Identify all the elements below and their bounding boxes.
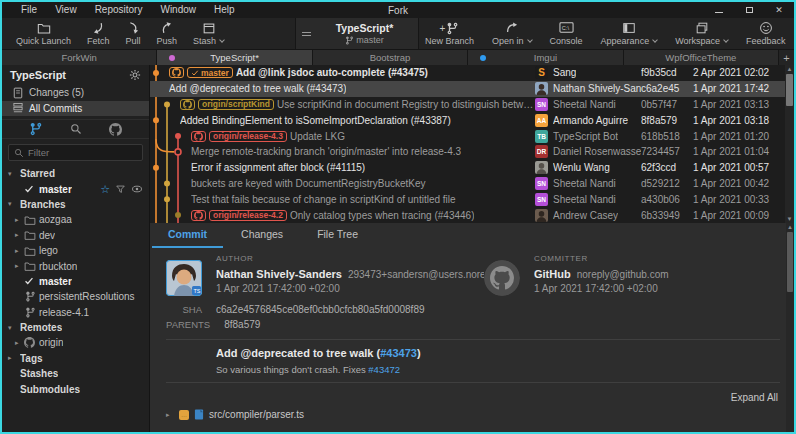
commit-row[interactable]: Added BindingElement to isSomeImportDecl… — [150, 112, 785, 128]
menu-window[interactable]: Window — [151, 2, 205, 18]
sidebar-tree-branches[interactable]: ▾Branches — [2, 197, 149, 212]
open-in-button[interactable]: Open in — [486, 19, 538, 49]
workspace-button[interactable]: Workspace — [669, 19, 734, 49]
commit-details-pane: CommitChangesFile Tree TS AUTHOR Nathan … — [150, 223, 794, 433]
commit-message: Merge remote-tracking branch 'origin/mas… — [191, 146, 461, 157]
commit-row[interactable]: Add @deprecated to tree walk (#43473)Nat… — [150, 81, 785, 97]
repo-tab-bootstrap[interactable]: Bootstrap — [313, 50, 468, 65]
minimize-button[interactable] — [704, 2, 734, 18]
commit-row[interactable]: Error if assignment after block (#41115)… — [150, 160, 785, 176]
commit-row[interactable]: buckets are keyed with DocumentRegistryB… — [150, 176, 785, 192]
sidebar-tree-tags[interactable]: ▸Tags — [2, 351, 149, 366]
sidebar-tree-release-4.1[interactable]: release-4.1 — [2, 305, 149, 320]
gear-icon[interactable] — [129, 69, 141, 81]
commit-row[interactable]: origin/release-4.3Update LKGTBTypeScript… — [150, 128, 785, 144]
commit-row[interactable]: Test that fails because of change in scr… — [150, 191, 785, 207]
feedback-button[interactable]: Feedback — [740, 19, 792, 49]
author-name: Sheetal Nandi — [553, 178, 616, 189]
appearance-button[interactable]: Appearance — [595, 19, 664, 49]
sidebar-tree-starred[interactable]: ▾Starred — [2, 166, 149, 181]
sidebar-tree-origin[interactable]: ▸origin — [2, 335, 149, 350]
details-tab-file-tree[interactable]: File Tree — [301, 224, 374, 248]
menu-help[interactable]: Help — [205, 2, 244, 18]
issue-link[interactable]: #43473 — [380, 347, 417, 359]
avatar: SN — [535, 98, 548, 111]
sidebar-tree-master[interactable]: master — [2, 274, 149, 289]
commit-row[interactable]: origin/scriptKindUse scriptKind in docum… — [150, 97, 785, 113]
tree-expander-icon[interactable]: ▸ — [8, 354, 12, 362]
repo-tab-wpfofficetheme[interactable]: WpfOfficeTheme — [624, 50, 779, 65]
commit-author: SNSheetal Nandi — [535, 193, 641, 206]
menu-view[interactable]: View — [46, 2, 86, 18]
tree-item-label: Tags — [20, 353, 43, 364]
branch-icon[interactable] — [29, 122, 43, 136]
sidebar-tree-remotes[interactable]: ▾Remotes — [2, 320, 149, 335]
menu-repository[interactable]: Repository — [86, 2, 152, 18]
sidebar-item-changes-[interactable]: Changes (5) — [2, 85, 149, 101]
sidebar-tree-dev[interactable]: ▸dev — [2, 228, 149, 243]
branch-badge[interactable]: origin/release-4.3 — [209, 131, 287, 142]
details-tab-changes[interactable]: Changes — [225, 224, 299, 248]
tree-item-label: Submodules — [20, 384, 80, 395]
push-button[interactable]: Push — [151, 19, 184, 49]
branch-badge[interactable]: origin/release-4.2 — [209, 210, 287, 221]
branch-badge[interactable]: origin/scriptKind — [198, 99, 274, 110]
console-button[interactable]: C:\Console — [544, 19, 589, 49]
new-branch-button[interactable]: +New Branch — [419, 19, 480, 49]
sidebar-item-all-commits[interactable]: All Commits — [2, 101, 149, 117]
sidebar-tree-stashes[interactable]: Stashes — [2, 366, 149, 381]
tree-expander-icon[interactable]: ▸ — [15, 339, 19, 347]
toolbar-button-label: Push — [157, 36, 178, 46]
tree-item-label: Branches — [20, 199, 66, 210]
maximize-button[interactable] — [734, 2, 764, 18]
appearance-icon — [622, 22, 636, 35]
search-icon[interactable] — [70, 123, 82, 135]
sidebar-tree-lego[interactable]: ▸lego — [2, 243, 149, 258]
content-area: masterAdd @link jsdoc auto-complete (#43… — [150, 65, 794, 433]
tree-expander-icon[interactable]: ▸ — [15, 231, 19, 239]
close-button[interactable]: ✕ — [764, 2, 794, 18]
eye-icon[interactable] — [131, 183, 143, 195]
repo-tab-typescript[interactable]: TypeScript* — [157, 50, 312, 65]
star-icon[interactable]: ☆ — [100, 183, 110, 196]
github-icon[interactable] — [109, 123, 122, 136]
details-scrollbar[interactable]: ▲ — [786, 223, 794, 433]
stash-button[interactable]: Stash — [187, 19, 230, 49]
repo-tab-forkwin[interactable]: ForkWin — [2, 50, 157, 65]
sidebar-tree-aozgaa[interactable]: ▸aozgaa — [2, 212, 149, 227]
quick-launch-button[interactable]: Quick Launch — [10, 19, 77, 49]
changed-file-row[interactable]: ▸…src/compiler/parser.ts — [166, 407, 780, 422]
issue-link[interactable]: #43472 — [368, 364, 400, 375]
tree-expander-icon[interactable]: ▾ — [8, 170, 12, 178]
tree-expander-icon[interactable]: ▸ — [15, 216, 19, 224]
tree-expander-icon[interactable]: ▾ — [8, 324, 12, 332]
expand-all-button[interactable]: Expand All — [731, 392, 778, 403]
details-tab-commit[interactable]: Commit — [152, 224, 223, 248]
commit-row[interactable]: origin/release-4.2Only catalog types whe… — [150, 207, 785, 223]
collapse-handle-icon[interactable] — [302, 30, 311, 38]
commits-icon — [12, 102, 24, 114]
tree-expander-icon[interactable]: ▸ — [15, 262, 19, 270]
sidebar-tree-master[interactable]: master☆ — [2, 181, 149, 196]
sidebar-tree-persistentresolutions[interactable]: persistentResolutions — [2, 289, 149, 304]
console-icon: C:\ — [559, 22, 574, 35]
filter-input[interactable] — [28, 147, 137, 158]
fetch-button[interactable]: Fetch — [81, 19, 116, 49]
tree-expander-icon[interactable]: ▾ — [8, 200, 12, 208]
parent-commit-link[interactable]: 8f8a579 — [224, 319, 260, 330]
commit-list-scrollbar[interactable]: ▲ ▼ — [785, 65, 794, 223]
tree-expander-icon[interactable]: ▸ — [15, 247, 19, 255]
commit-author: Nathan Shively-Sanders — [535, 82, 641, 95]
sidebar-tree-submodules[interactable]: Submodules — [2, 381, 149, 396]
repo-tab-imgui[interactable]: Imgui — [468, 50, 623, 65]
sidebar-tree-rbuckton[interactable]: ▸rbuckton — [2, 258, 149, 273]
new-tab-button[interactable]: + — [779, 50, 794, 65]
funnel-icon[interactable] — [115, 184, 126, 195]
menu-file[interactable]: File — [12, 2, 46, 18]
file-expander-icon[interactable]: ▸ — [166, 411, 174, 419]
pull-button[interactable]: Pull — [120, 19, 147, 49]
commit-hash: f9b35cd — [641, 67, 693, 78]
commit-row[interactable]: Merge remote-tracking branch 'origin/mas… — [150, 144, 785, 160]
commit-row[interactable]: masterAdd @link jsdoc auto-complete (#43… — [150, 65, 785, 81]
branch-badge[interactable]: master — [187, 67, 233, 78]
